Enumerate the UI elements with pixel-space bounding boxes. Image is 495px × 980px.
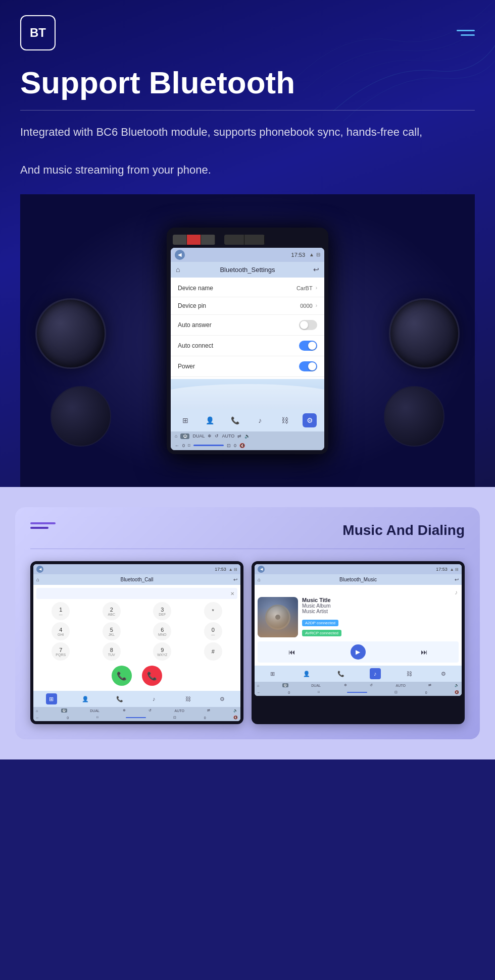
music-footer-back[interactable]: ← bbox=[257, 691, 261, 694]
music-back-btn[interactable]: ◀ bbox=[258, 566, 265, 573]
dial-key-5[interactable]: 5JKL bbox=[103, 622, 121, 640]
call-nav-settings[interactable]: ⚙ bbox=[217, 693, 228, 704]
dial-key-0[interactable]: 0— bbox=[204, 622, 222, 640]
section2-decoration bbox=[30, 522, 56, 529]
auto-connect-label: Auto connect bbox=[178, 342, 299, 349]
section2-header: Music And Dialing bbox=[30, 522, 465, 538]
call-footer-back[interactable]: ← bbox=[36, 716, 39, 720]
music-nav-settings[interactable]: ⚙ bbox=[438, 668, 449, 679]
power-row[interactable]: Power bbox=[171, 356, 324, 377]
music-back-icon[interactable]: ↩ bbox=[455, 577, 459, 582]
section2: Music And Dialing ◀ 17:53 ▲ ⊟ ⌂ Bluetoot… bbox=[0, 487, 495, 759]
dev-btn2-1[interactable] bbox=[224, 235, 244, 245]
dashboard-bg: ◀ 17:53 ▲ ⊟ ⌂ Bluetooth_Settings ↩ bbox=[20, 194, 475, 487]
call-back-icon[interactable]: ↩ bbox=[233, 577, 237, 582]
power-toggle[interactable] bbox=[299, 361, 317, 371]
nav-settings-icon[interactable]: ⚙ bbox=[303, 413, 317, 427]
auto-connect-row[interactable]: Auto connect bbox=[171, 336, 324, 356]
dial-key-3[interactable]: 3DEF bbox=[153, 602, 171, 620]
call-signal-icon: ▲ ⊟ bbox=[229, 567, 237, 572]
music-footer-power[interactable]: ⏻ bbox=[282, 683, 288, 687]
next-button[interactable]: ⏭ bbox=[421, 648, 428, 656]
music-footer-arrows: ⇌ bbox=[428, 683, 431, 687]
call-footer-home[interactable]: ⌂ bbox=[36, 709, 38, 713]
auto-answer-toggle[interactable] bbox=[299, 320, 317, 330]
music-footer1: ⌂ ⏻ DUAL ❄ ↺ AUTO ⇌ 🔈 bbox=[255, 682, 462, 689]
music-nav-link[interactable]: ⛓ bbox=[404, 668, 415, 679]
call-back-btn[interactable]: ◀ bbox=[36, 566, 43, 573]
call-nav-music[interactable]: ♪ bbox=[148, 693, 160, 704]
call-button-green[interactable]: 📞 bbox=[112, 666, 132, 686]
call-home-icon[interactable]: ⌂ bbox=[36, 577, 39, 582]
dial-key-2[interactable]: 2ABC bbox=[103, 602, 121, 620]
music-nav-music[interactable]: ♪ bbox=[370, 668, 381, 679]
dial-key-4[interactable]: 4GHI bbox=[52, 622, 70, 640]
footer-home-icon[interactable]: ⌂ bbox=[175, 433, 177, 439]
dev-btn2-2[interactable] bbox=[244, 235, 265, 245]
call-nav-grid[interactable]: ⊞ bbox=[46, 693, 57, 704]
back-arrow-icon[interactable]: ↩ bbox=[313, 265, 319, 274]
clear-button[interactable]: ✕ bbox=[230, 591, 234, 596]
footer-back-icon[interactable]: ← bbox=[175, 443, 179, 448]
music-nav-phone[interactable]: 📞 bbox=[335, 668, 346, 679]
wavy-bg bbox=[171, 379, 324, 409]
footer-bottom-controls: ← 0 ⌑ ⊡ 0 🔇 bbox=[175, 443, 245, 448]
nav-grid-icon[interactable]: ⊞ bbox=[178, 413, 192, 427]
dial-key-8[interactable]: 8TUV bbox=[103, 642, 121, 661]
screen-nav: ⊞ 👤 📞 ♪ ⛓ ⚙ bbox=[171, 409, 324, 431]
music-nav: ⊞ 👤 📞 ♪ ⛓ ⚙ bbox=[255, 666, 462, 682]
bt-settings-list: Device name CarBT › Device pin 0000 › Au… bbox=[171, 278, 324, 379]
auto-connect-toggle[interactable] bbox=[299, 341, 317, 351]
music-nav-contact[interactable]: 👤 bbox=[301, 668, 312, 679]
call-button-red[interactable]: 📞 bbox=[142, 666, 162, 686]
dial-key-hash[interactable]: # bbox=[204, 642, 222, 661]
screen-header: ⌂ Bluetooth_Settings ↩ bbox=[171, 262, 324, 278]
dev-btn-grey2[interactable] bbox=[201, 235, 215, 245]
nav-contact-icon[interactable]: 👤 bbox=[203, 413, 217, 427]
music-footer-vol: 🔈 bbox=[455, 683, 459, 687]
music-device: ◀ 17:53 ▲ ⊟ ⌂ Bluetooth_Music ↩ ♪ bbox=[252, 561, 465, 724]
call-progress-bar bbox=[126, 717, 146, 718]
device-name-label: Device name bbox=[178, 285, 296, 292]
play-button[interactable]: ▶ bbox=[351, 644, 366, 660]
prev-button[interactable]: ⏮ bbox=[288, 648, 295, 656]
footer-volume-icon: 🔈 bbox=[244, 433, 250, 439]
call-nav-phone[interactable]: 📞 bbox=[114, 693, 125, 704]
call-time: 17:53 bbox=[215, 567, 226, 572]
screen-time: 17:53 bbox=[291, 252, 306, 258]
device-name-row[interactable]: Device name CarBT › bbox=[171, 280, 324, 297]
dial-key-9[interactable]: 9WXYZ bbox=[153, 642, 171, 661]
screen-back-button[interactable]: ◀ bbox=[175, 250, 185, 260]
music-home-icon[interactable]: ⌂ bbox=[258, 577, 261, 582]
nav-phone-icon[interactable]: 📞 bbox=[228, 413, 242, 427]
music-footer-home[interactable]: ⌂ bbox=[257, 684, 259, 687]
call-footer-zero1: 0 bbox=[67, 716, 69, 720]
auto-answer-row[interactable]: Auto answer bbox=[171, 315, 324, 336]
music-nav-grid[interactable]: ⊞ bbox=[267, 668, 278, 679]
dial-key-star[interactable]: * bbox=[204, 602, 222, 620]
right-knob bbox=[389, 298, 460, 369]
deco-line-1 bbox=[30, 522, 56, 524]
dial-key-1[interactable]: 1— bbox=[52, 602, 70, 620]
dial-content: ✕ 1— 2ABC 3DEF bbox=[33, 585, 240, 691]
footer-progress-bar[interactable] bbox=[193, 445, 224, 446]
home-icon[interactable]: ⌂ bbox=[176, 265, 180, 274]
dial-key-6[interactable]: 6MNO bbox=[153, 622, 171, 640]
call-footer-power[interactable]: ⏻ bbox=[61, 709, 67, 713]
nav-music-icon[interactable]: ♪ bbox=[253, 413, 267, 427]
device-name-value: CarBT bbox=[296, 285, 313, 291]
nav-link-icon[interactable]: ⛓ bbox=[278, 413, 292, 427]
call-nav: ⊞ 👤 📞 ♪ ⛓ ⚙ bbox=[33, 691, 240, 707]
section2-divider bbox=[30, 549, 465, 549]
device-pin-row[interactable]: Device pin 0000 › bbox=[171, 297, 324, 315]
call-nav-link[interactable]: ⛓ bbox=[182, 693, 193, 704]
dial-key-7[interactable]: 7PQRS bbox=[52, 642, 70, 661]
dashboard-area: ◀ 17:53 ▲ ⊟ ⌂ Bluetooth_Settings ↩ bbox=[20, 194, 475, 487]
dev-btn-grey[interactable] bbox=[173, 235, 187, 245]
dial-input[interactable]: ✕ bbox=[36, 588, 237, 599]
music-footer-mute: 🔇 bbox=[455, 690, 459, 694]
footer-power-btn[interactable]: ⏻ bbox=[180, 433, 189, 439]
call-nav-contact[interactable]: 👤 bbox=[80, 693, 91, 704]
call-footer-ac: ⊡ bbox=[173, 716, 176, 720]
dev-btn-red[interactable] bbox=[187, 235, 201, 245]
